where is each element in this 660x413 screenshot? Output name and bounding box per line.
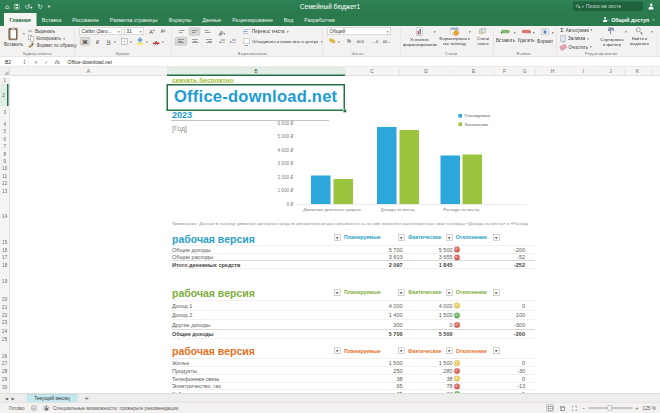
share-button[interactable]: + Общий доступ ∧	[603, 13, 655, 26]
row-header-18[interactable]: 18	[0, 262, 10, 269]
table-row-label[interactable]: Общие расходы	[172, 254, 213, 260]
table-column-header[interactable]: Планируемые	[344, 347, 381, 353]
format-cells-caret-icon[interactable]: ▾	[552, 31, 554, 35]
table-row-label[interactable]: Общие доходы	[172, 246, 211, 252]
comma-style-button[interactable]: 000	[355, 38, 366, 46]
row-header-15[interactable]: 15	[0, 238, 10, 245]
row-header-14[interactable]: 14	[0, 213, 10, 220]
row-header-2[interactable]: 2	[0, 84, 9, 106]
table-planned-value[interactable]: 65	[358, 383, 403, 389]
row-header-30[interactable]: 30	[0, 383, 10, 390]
table-row-label[interactable]: Доход 2	[172, 312, 192, 318]
column-header-J[interactable]: J	[597, 67, 624, 76]
orientation-button[interactable]: ab▾	[218, 28, 225, 37]
cut-button[interactable]: ✂ Вырезать	[28, 28, 55, 35]
filter-dropdown-icon[interactable]: ▼	[398, 234, 405, 241]
table-planned-value[interactable]: 1 400	[358, 312, 403, 318]
align-left-button[interactable]	[175, 37, 187, 46]
table-actual-value[interactable]: 3 655	[408, 254, 453, 260]
grow-font-button[interactable]: А▴	[147, 28, 157, 36]
ribbon-tab-разметка-страницы[interactable]: Разметка страницы	[104, 13, 163, 26]
insert-function-icon[interactable]: fx	[54, 58, 59, 65]
underline-button[interactable]: Ч	[104, 37, 113, 46]
table-actual-value[interactable]: 4 000	[408, 302, 453, 308]
column-header-H[interactable]: H	[535, 67, 570, 76]
zoom-in-icon[interactable]: +	[635, 405, 638, 411]
table-row-label[interactable]: Жилье	[172, 360, 189, 366]
chart-bar-actual[interactable]	[463, 155, 483, 204]
copy-button[interactable]: Копировать ▾	[28, 35, 65, 42]
accounting-format-icon[interactable]	[329, 38, 336, 44]
italic-button[interactable]: К	[93, 37, 102, 46]
cell-year[interactable]: 2023	[172, 110, 192, 121]
ribbon-tab-главная[interactable]: Главная	[4, 13, 36, 26]
row-header-28[interactable]: 28	[0, 368, 10, 375]
banner-link[interactable]: скачать бесплатно	[172, 77, 234, 84]
ribbon-tab-формулы[interactable]: Формулы	[163, 13, 197, 26]
chart-bar-planned[interactable]	[377, 127, 397, 204]
font-color-button[interactable]: А	[153, 38, 160, 45]
table-row-label[interactable]: Общие доходы	[172, 331, 213, 337]
filter-dropdown-icon[interactable]: ▼	[446, 234, 453, 241]
table-deviation-value[interactable]: -200	[480, 246, 525, 252]
row-header-11[interactable]: 11	[0, 173, 10, 180]
chart-bar-actual[interactable]	[334, 179, 354, 204]
row-header-21[interactable]: 21	[0, 304, 10, 311]
table-planned-value[interactable]: 4 000	[358, 302, 403, 308]
table-actual-value[interactable]: 78	[408, 383, 453, 389]
column-header-I[interactable]: I	[570, 67, 597, 76]
cell-year-placeholder[interactable]: [Год]	[172, 124, 187, 132]
filter-dropdown-icon[interactable]: ▼	[398, 289, 405, 296]
borders-caret-icon[interactable]: ▾	[130, 40, 132, 44]
row-header-22[interactable]: 22	[0, 311, 10, 318]
search-box[interactable]: ▾ Поиск на листе	[573, 2, 643, 12]
ribbon-tab-рецензирование[interactable]: Рецензирование	[227, 13, 279, 26]
row-header-4[interactable]: 4	[0, 121, 10, 128]
column-header-A[interactable]: A	[10, 67, 167, 76]
row-header-19[interactable]: 19	[0, 278, 10, 285]
table-column-header[interactable]: Планируемые	[344, 234, 381, 240]
column-header-E[interactable]: E	[453, 67, 495, 76]
chart-bar-actual[interactable]	[400, 130, 420, 204]
align-top-button[interactable]	[176, 28, 187, 36]
insert-caret-icon[interactable]: ▾	[514, 31, 516, 35]
merge-center-button[interactable]: Объединить и поместить в центре▾	[243, 39, 323, 45]
filter-dropdown-icon[interactable]: ▼	[398, 348, 405, 355]
accounting-caret-icon[interactable]: ▾	[338, 40, 340, 44]
collapse-ribbon-icon[interactable]: ∧	[652, 17, 655, 22]
row-header-20[interactable]: 20	[0, 296, 10, 303]
table-column-header[interactable]: Отклонение	[456, 234, 487, 240]
decrease-decimal-button[interactable]: .00→	[381, 38, 392, 46]
font-size-combo[interactable]: 31▾	[124, 28, 144, 36]
row-header-24[interactable]: 24	[0, 328, 10, 335]
table-deviation-value[interactable]: -30	[480, 368, 525, 374]
table-deviation-value[interactable]: -252	[480, 262, 525, 268]
format-as-table-caret-icon[interactable]: ▾	[469, 30, 471, 34]
column-header-C[interactable]: C	[345, 67, 399, 76]
format-as-table-button[interactable]: Форматировать как таблицу	[437, 28, 472, 47]
confirm-entry-icon[interactable]: ✓	[44, 59, 48, 65]
table-actual-value[interactable]: 1 500	[408, 312, 453, 318]
delete-caret-icon[interactable]: ▾	[533, 31, 535, 35]
chart-bar-planned[interactable]	[441, 155, 461, 204]
table-deviation-value[interactable]: -52	[480, 254, 525, 260]
fill-color-caret-icon[interactable]: ▾	[146, 40, 148, 44]
align-middle-button[interactable]	[189, 28, 200, 36]
row-header-3[interactable]: 3	[0, 109, 10, 116]
prev-sheet-icon[interactable]: ◀	[5, 396, 8, 401]
insert-cells-button[interactable]: + Вставить	[496, 29, 515, 43]
table-actual-value[interactable]: 5 500	[408, 331, 453, 337]
borders-button[interactable]	[121, 38, 128, 45]
number-format-combo[interactable]: Общий▾	[327, 28, 391, 36]
selection-border[interactable]	[167, 84, 346, 111]
row-header-29[interactable]: 29	[0, 375, 10, 382]
table-column-header[interactable]: Фактические	[408, 347, 441, 353]
find-select-button[interactable]: Найти и выделить	[628, 28, 651, 46]
row-header-7[interactable]: 7	[0, 143, 10, 150]
bold-button[interactable]: Ж	[80, 37, 90, 46]
conditional-formatting-button[interactable]: Условное форматирование	[403, 28, 436, 47]
table-deviation-value[interactable]: 0	[480, 375, 525, 381]
row-header-13[interactable]: 13	[0, 187, 10, 194]
table-actual-value[interactable]: 5 500	[408, 246, 453, 252]
table-actual-value[interactable]: 1 845	[408, 262, 453, 268]
